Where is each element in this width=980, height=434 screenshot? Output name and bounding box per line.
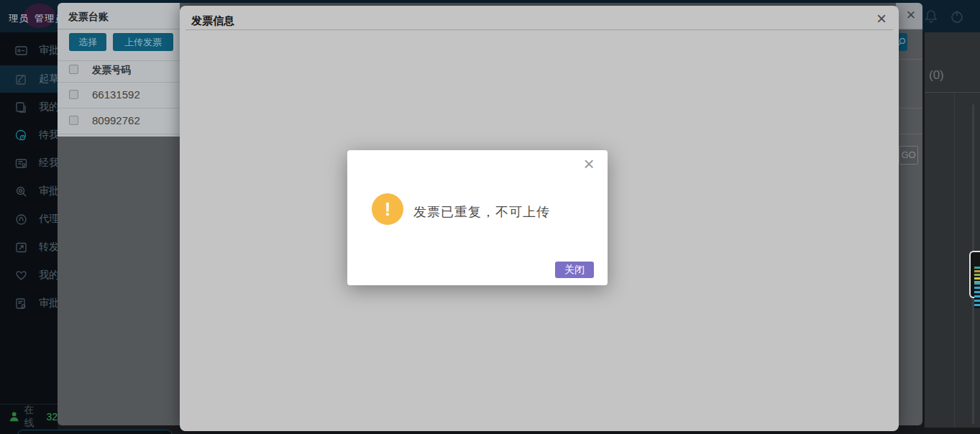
sidebar-item-approve-settings[interactable]: 审批 (0, 290, 58, 317)
sidebar-item-label: 我的 (39, 269, 59, 282)
upload-invoice-button[interactable]: 上传发票 (113, 33, 173, 51)
divider (58, 29, 180, 29)
page-bottom-edge (925, 428, 980, 434)
sidebar-item-label: 审批 (39, 185, 59, 198)
heart-icon (15, 269, 27, 282)
sidebar-item-handled[interactable]: 经我 (0, 149, 58, 177)
ledger-modal-title: 发票台账 (68, 11, 109, 24)
count-badge: (0) (929, 68, 944, 83)
divider (58, 108, 180, 108)
sidebar-item-pending[interactable]: 待我 (0, 121, 58, 149)
forward-icon (15, 241, 27, 254)
online-user-icon (9, 411, 19, 423)
sidebar: 审批 起草 我的 待我 经我 (0, 32, 58, 434)
ledger-close-icon[interactable]: × (900, 3, 922, 27)
ledger-panel: 发票台账 选择 上传发票 发票号码 66131592 80992762 (58, 3, 180, 137)
divider (186, 29, 893, 30)
minimap-stripes (974, 282, 980, 308)
divider (954, 92, 955, 428)
row-checkbox[interactable] (69, 116, 78, 125)
sidebar-item-label: 转发 (39, 241, 59, 254)
invoice-number-cell: 80992762 (92, 114, 140, 126)
warning-icon: ! (372, 193, 403, 225)
divider (58, 60, 180, 61)
row-checkbox[interactable] (69, 90, 78, 99)
sidebar-item-label: 我的 (39, 101, 59, 114)
column-header-invoice-number: 发票号码 (92, 64, 131, 77)
screen: 理员 管理员 审批 起草 (0, 0, 980, 434)
page-right-region: (0) (925, 32, 980, 434)
sidebar-item-label: 待我 (39, 129, 59, 142)
sidebar-item-label: 审批 (39, 297, 59, 310)
info-close-icon[interactable]: × (870, 7, 893, 30)
online-status: 在线 32 (9, 410, 58, 423)
divider (58, 82, 180, 83)
select-button[interactable]: 选择 (69, 33, 106, 51)
divider (896, 108, 922, 108)
info-modal-title: 发票信息 (191, 14, 234, 28)
select-all-checkbox[interactable] (69, 65, 78, 74)
search-at-icon (15, 185, 27, 198)
alert-message: 发票已重复，不可上传 (413, 203, 550, 221)
user-clock-icon (15, 129, 27, 142)
notification-icon[interactable] (923, 9, 939, 24)
sidebar-bottom-box[interactable] (17, 430, 173, 434)
badge-icon (15, 45, 27, 57)
sidebar-item-draft[interactable]: 起草 (0, 65, 58, 93)
divider (896, 59, 922, 60)
file-gear-icon (15, 297, 27, 310)
circle-glyph-icon (15, 213, 27, 226)
edit-icon (15, 73, 27, 86)
sidebar-item-forward[interactable]: 转发 (0, 234, 58, 261)
sidebar-item-label: 起草 (39, 73, 59, 86)
pagination-go-button[interactable]: GO (899, 146, 918, 165)
online-count: 32 (46, 411, 58, 423)
close-button[interactable]: 关闭 (555, 262, 594, 278)
minimap-colors (974, 267, 980, 282)
sidebar-item-label: 审批 (39, 44, 59, 57)
sidebar-item-approve-search[interactable]: 审批 (0, 177, 58, 205)
sidebar-item-label: 代理 (39, 213, 59, 226)
documents-icon (15, 101, 27, 114)
divider (58, 134, 180, 134)
doc-user-icon (15, 157, 27, 170)
divider (896, 134, 922, 134)
sidebar-item-label: 经我 (39, 157, 59, 170)
sidebar-item-proxy[interactable]: 代理 (0, 206, 58, 233)
duplicate-invoice-alert: × ! 发票已重复，不可上传 关闭 (347, 150, 608, 285)
sidebar-item-favorites[interactable]: 我的 (0, 262, 58, 289)
power-icon[interactable] (949, 9, 965, 24)
divider (925, 92, 980, 93)
invoice-number-cell: 66131592 (92, 88, 140, 101)
avatar-badge: 理员 (9, 12, 29, 25)
online-label: 在线 (24, 404, 42, 430)
sidebar-item-my-docs[interactable]: 我的 (0, 93, 58, 121)
alert-close-icon[interactable]: × (576, 152, 602, 176)
sidebar-item-approve-inbox[interactable]: 审批 (0, 37, 58, 64)
